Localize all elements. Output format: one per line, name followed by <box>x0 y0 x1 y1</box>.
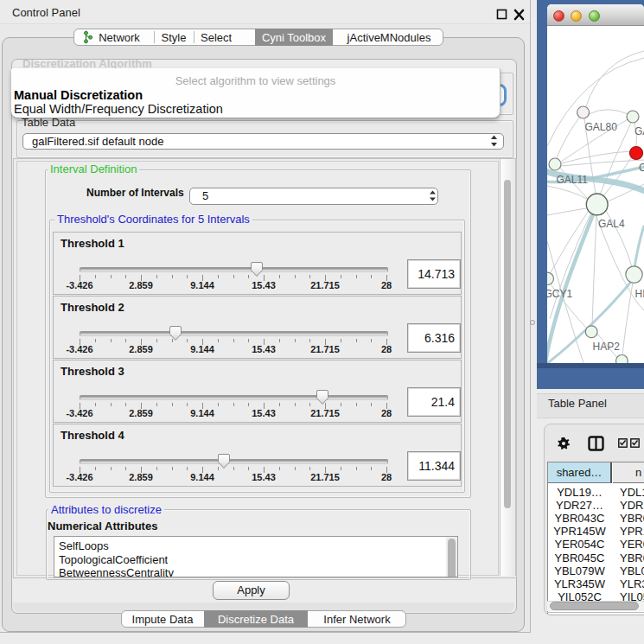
svg-text:HIS4: HIS4 <box>635 288 644 300</box>
svg-text:CAT8: CAT8 <box>639 162 644 174</box>
svg-text:GAL11: GAL11 <box>557 174 589 186</box>
svg-text:GAL80: GAL80 <box>585 121 618 133</box>
svg-text:GAL4: GAL4 <box>598 218 625 230</box>
svg-text:HAP2: HAP2 <box>593 341 621 353</box>
svg-text:GCY1: GCY1 <box>547 288 573 300</box>
svg-text:GAL7: GAL7 <box>634 125 644 137</box>
